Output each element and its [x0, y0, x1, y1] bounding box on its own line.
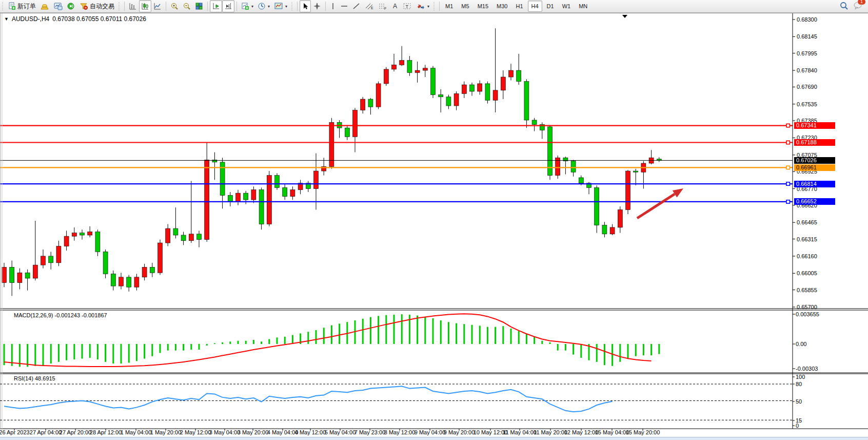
timeframe-m1[interactable]: M1: [442, 1, 457, 12]
date-tick: 2 May 12:00: [180, 429, 211, 435]
date-tick: 12 May 12:00: [564, 429, 599, 435]
price-level-tag: 0.66652: [794, 198, 835, 205]
new-order-icon: [8, 2, 16, 10]
price-tick: 0.66160: [797, 253, 817, 259]
price-tick: 0.66005: [797, 270, 817, 276]
date-tick: 7 May 23:00: [354, 429, 386, 435]
indicators-button[interactable]: ▾: [239, 0, 255, 12]
text-label-icon: T: [403, 2, 412, 10]
price-level-tag: 0.66961: [794, 164, 835, 171]
cursor-arrow-icon: [302, 2, 309, 10]
timeframe-m15[interactable]: M15: [474, 1, 492, 12]
templates-button[interactable]: ▾: [272, 0, 289, 12]
svg-text:T: T: [406, 4, 409, 9]
channel-icon: E: [365, 2, 374, 10]
market-watch-button[interactable]: [51, 0, 65, 12]
chart-shift-button[interactable]: [222, 0, 234, 12]
current-price-tag: 0.67026: [794, 157, 835, 164]
date-tick: 28 Apr 12:00: [90, 429, 122, 435]
svg-text:F: F: [384, 7, 386, 10]
date-tick: 11 May 20:00: [534, 429, 567, 435]
vertical-line-icon: [330, 2, 336, 10]
price-tick: 0.66465: [797, 219, 817, 225]
horizontal-line-button[interactable]: [338, 0, 350, 12]
chart-window[interactable]: ▼ AUDUSD-,H4 0.67038 0.67055 0.67011 0.6…: [0, 13, 868, 440]
chevron-down-icon: ▾: [268, 4, 270, 9]
zoom-out-button[interactable]: [181, 0, 193, 12]
signal-icon: [67, 2, 75, 10]
price-tick: 0.68145: [797, 33, 817, 40]
svg-text:A: A: [393, 3, 397, 10]
date-tick: 9 May 04:00: [415, 429, 446, 435]
auto-trading-label: 自动交易: [90, 2, 114, 11]
auto-trading-button[interactable]: 自动交易: [77, 0, 116, 12]
separator: [207, 2, 208, 11]
auto-scroll-button[interactable]: [210, 0, 222, 12]
macd-pane-label: MACD(12,26,9) -0.001243 -0.001867: [14, 312, 107, 318]
gold-ingot-icon: [40, 2, 49, 10]
date-tick: 3 May 04:00: [209, 429, 241, 435]
chart-candles-button[interactable]: [139, 0, 151, 12]
macd-axis-tick: -0.00303: [796, 366, 818, 372]
rsi-axis-tick: 80: [796, 381, 802, 387]
price-tick: 0.67690: [797, 84, 817, 90]
signal-button[interactable]: [65, 0, 77, 12]
timeframe-m30[interactable]: M30: [493, 1, 511, 12]
arrows-shapes-button[interactable]: ▾: [414, 0, 431, 12]
timeframe-h1[interactable]: H1: [512, 1, 526, 12]
date-tick: 5 May 04:00: [325, 429, 356, 435]
price-tick: 0.66315: [797, 236, 817, 242]
date-tick: 3 May 20:00: [238, 429, 269, 435]
timeframe-mn[interactable]: MN: [575, 1, 591, 12]
timeframe-h4[interactable]: H4: [528, 1, 542, 12]
separator: [166, 2, 166, 11]
periods-button[interactable]: ▾: [255, 0, 272, 12]
separator: [236, 2, 237, 11]
new-order-button[interactable]: 新订单: [6, 0, 38, 12]
crosshair-icon: [313, 2, 321, 10]
crosshair-button[interactable]: [311, 0, 323, 12]
price-tick: 0.68300: [797, 16, 817, 23]
search-icon[interactable]: [839, 1, 849, 12]
date-tick: 15 May 04:00: [595, 429, 629, 435]
timeframe-m5[interactable]: M5: [458, 1, 472, 12]
tile-windows-button[interactable]: [193, 0, 205, 12]
vertical-line-button[interactable]: [328, 0, 338, 12]
status-bar: [0, 437, 868, 440]
equidistant-channel-button[interactable]: E: [363, 0, 376, 12]
timeframe-d1[interactable]: D1: [543, 1, 558, 12]
horizontal-line-icon: [340, 2, 348, 10]
date-tick: 4 May 04:00: [267, 429, 299, 435]
collapse-triangle-icon[interactable]: ▼: [4, 16, 9, 22]
notifications-button[interactable]: 1: [853, 1, 863, 12]
text-label-button[interactable]: T: [401, 0, 414, 12]
timeframe-w1[interactable]: W1: [559, 1, 575, 12]
date-axis[interactable]: 26 Apr 202327 Apr 04:0027 Apr 20:0028 Ap…: [0, 429, 868, 437]
fibonacci-button[interactable]: F: [376, 0, 389, 12]
timeframe-group: M1M5M15M30H1H4D1W1MN: [442, 1, 591, 12]
zoom-in-icon: [170, 2, 179, 10]
date-tick: 27 Apr 20:00: [60, 429, 91, 435]
zoom-in-button[interactable]: [168, 0, 181, 12]
trendline-button[interactable]: [350, 0, 363, 12]
price-level-tag: 0.67188: [794, 139, 835, 146]
price-level-tag: 0.66814: [794, 181, 835, 187]
toolbar: 新订单: [0, 0, 868, 13]
chart-line-button[interactable]: [151, 0, 164, 12]
ohlc-values: 0.67038 0.67055 0.67011 0.67026: [52, 15, 146, 23]
chart-bars-button[interactable]: [127, 0, 139, 12]
separator: [439, 2, 440, 11]
toolbar-right: 1: [839, 1, 868, 12]
tile-windows-icon: [195, 2, 203, 10]
market-watch-icon: [53, 2, 63, 10]
bar-chart-icon: [129, 2, 137, 10]
chart-canvas[interactable]: [0, 13, 868, 440]
text-button[interactable]: A: [389, 0, 401, 12]
cursor-button[interactable]: [300, 0, 311, 12]
macd-axis-tick: 0.00: [796, 341, 806, 347]
gold-button[interactable]: [38, 0, 51, 12]
chart-title: ▼ AUDUSD-,H4 0.67038 0.67055 0.67011 0.6…: [4, 15, 146, 23]
separator: [325, 2, 326, 11]
rsi-axis-tick: 50: [796, 398, 802, 405]
date-tick: 15 May 20:00: [626, 429, 660, 435]
